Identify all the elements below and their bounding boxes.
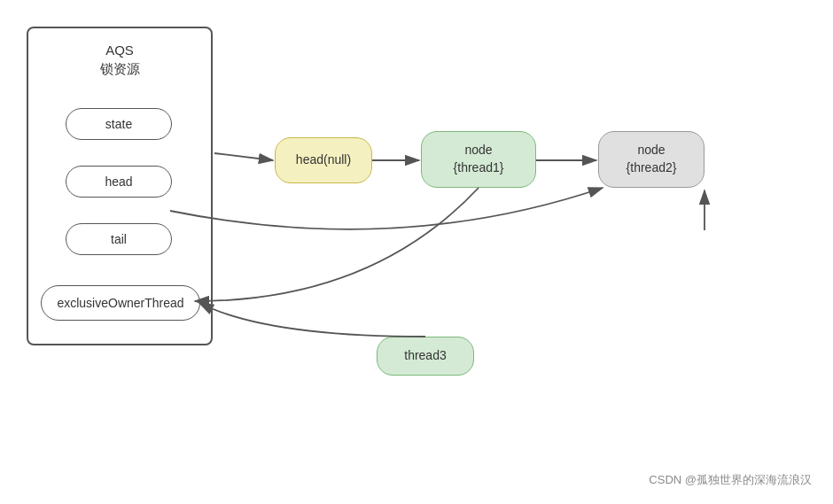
thread1-node: node{thread1} <box>421 131 536 188</box>
watermark: CSDN @孤独世界的深海流浪汉 <box>649 472 812 488</box>
aqs-box: AQS 锁资源 state head tail exclusiveOwnerTh… <box>27 27 213 345</box>
aqs-head-node: head <box>66 166 172 198</box>
aqs-eot-node: exclusiveOwnerThread <box>41 285 200 321</box>
thread2-node: node{thread2} <box>598 131 705 188</box>
aqs-title: AQS 锁资源 <box>28 41 211 78</box>
aqs-tail-node: tail <box>66 223 172 255</box>
thread3-node: thread3 <box>377 337 474 376</box>
aqs-state-node: state <box>66 108 172 140</box>
head-null-node: head(null) <box>275 137 372 183</box>
svg-line-2 <box>214 153 273 160</box>
diagram: AQS 锁资源 state head tail exclusiveOwnerTh… <box>0 0 833 504</box>
